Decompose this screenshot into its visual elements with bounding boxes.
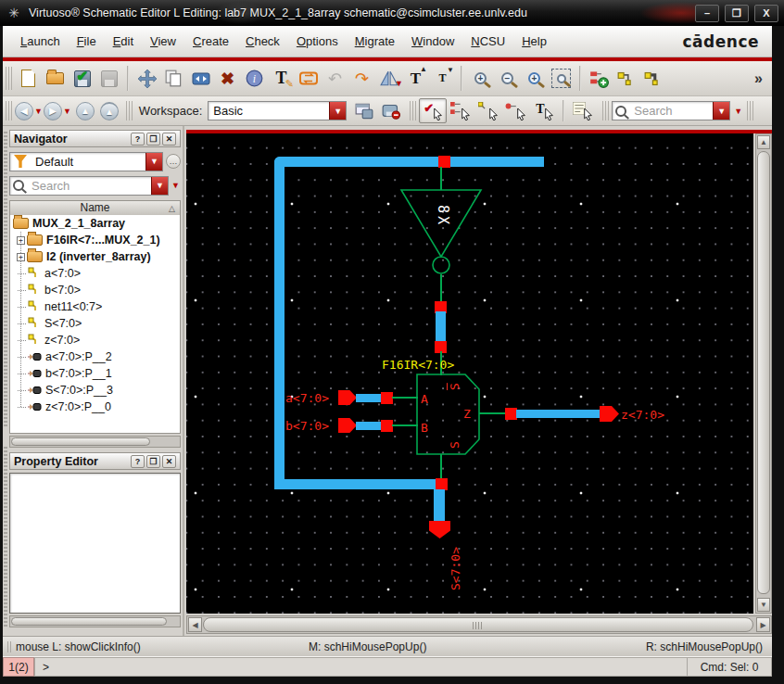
save-icon[interactable] (95, 65, 122, 92)
bus-wire-bottom[interactable] (274, 479, 447, 489)
workspace-select[interactable]: Basic ▼ (208, 101, 347, 120)
enlarge-text-icon[interactable]: T▲ (402, 65, 429, 92)
wire-z[interactable] (479, 412, 507, 414)
zoom-in-icon[interactable]: + (467, 65, 494, 92)
wire-b[interactable] (392, 424, 418, 426)
forward-dropdown-icon[interactable]: ▼ (63, 107, 71, 116)
close-button[interactable]: X (754, 5, 778, 22)
port-b-pin[interactable] (338, 418, 357, 433)
navigator-filter-select[interactable]: Default ▼ (9, 152, 163, 171)
menu-help[interactable]: Help (513, 31, 555, 52)
menu-ncsu[interactable]: NCSU (462, 31, 513, 52)
inverter-instance-label[interactable]: 8X (433, 199, 451, 233)
navigator-search-dropdown-icon[interactable]: ▼ (151, 177, 168, 195)
horizontal-scroll-thumb[interactable] (203, 617, 753, 632)
toolbar-grip[interactable] (747, 101, 753, 121)
property-editor-float-icon[interactable]: ❐ (146, 455, 160, 468)
menu-options[interactable]: Options (288, 31, 347, 52)
bus-wire-top[interactable] (274, 157, 544, 167)
port-s-pin[interactable] (429, 521, 450, 538)
instance-iterate-icon[interactable] (295, 65, 322, 92)
redo-icon[interactable]: ↷ (348, 65, 375, 92)
menu-edit[interactable]: Edit (105, 31, 142, 52)
create-bus-icon[interactable] (639, 65, 666, 92)
port-a-label[interactable]: a<7:0> (285, 391, 329, 405)
toolbar-grip[interactable] (410, 101, 416, 121)
scroll-right-icon[interactable]: ▶ (756, 617, 770, 632)
navigator-search-options-icon[interactable]: ▼ (171, 181, 180, 190)
tree-item-pin-a[interactable]: a<7:0>:P__2 (18, 348, 180, 365)
tree-item-i2-inverter-8array[interactable]: + I2 (inverter_8array) (18, 248, 180, 265)
horizontal-scrollbar[interactable]: ◀ ▶ (186, 615, 772, 634)
property-editor-toggle-icon[interactable] (569, 98, 597, 123)
minimize-button[interactable]: – (695, 5, 719, 22)
property-editor-header[interactable]: Property Editor ? ❐ ✕ (9, 452, 181, 470)
property-editor-horizontal-scrollbar[interactable] (9, 615, 181, 627)
stretch-icon[interactable] (187, 65, 214, 92)
bus-segment-mid[interactable] (436, 311, 446, 343)
property-editor-close-icon[interactable]: ✕ (162, 455, 176, 468)
navigator-search-box[interactable]: Search ▼ (9, 176, 169, 196)
wire-inverter-output[interactable] (440, 274, 442, 303)
bus-z[interactable] (516, 410, 601, 418)
workspace-dropdown-icon[interactable]: ▼ (329, 102, 346, 120)
scroll-up-icon[interactable]: ▲ (757, 135, 770, 149)
filter-options-button[interactable]: … (166, 154, 181, 169)
property-editor-grip[interactable] (4, 447, 7, 628)
check-and-save-icon[interactable]: ✔ (69, 65, 95, 92)
zoom-out-icon[interactable]: − (494, 65, 521, 92)
vertical-scrollbar[interactable]: ▲ ▼ (755, 133, 772, 614)
toolbar-grip[interactable] (602, 101, 609, 121)
tree-item-mux-2-1-8array[interactable]: MUX_2_1_8array (10, 215, 180, 232)
mux-instance-label[interactable]: F16IR<7:0> (382, 358, 454, 372)
tree-item-pin-b[interactable]: b<7:0>:P__1 (18, 365, 180, 382)
select-text-mode-icon[interactable]: T (530, 98, 558, 123)
tree-item-net-z[interactable]: z<7:0> (18, 332, 180, 348)
expand-icon[interactable]: + (17, 253, 25, 261)
scroll-left-icon[interactable]: ◀ (188, 617, 202, 632)
tree-item-net-a[interactable]: a<7:0> (18, 265, 180, 282)
toolbar-grip[interactable] (6, 101, 12, 121)
navigator-tree[interactable]: MUX_2_1_8array + F16IR<7:...MUX_2_1) + I… (9, 215, 181, 434)
navigator-float-icon[interactable]: ❐ (146, 133, 160, 146)
menu-window[interactable]: Window (403, 31, 462, 52)
navigator-help-icon[interactable]: ? (131, 133, 145, 146)
tree-item-net11[interactable]: net11<0:7> (18, 298, 180, 315)
menu-view[interactable]: View (142, 31, 184, 52)
top-icon[interactable]: ▲ (100, 102, 119, 120)
menu-file[interactable]: File (69, 31, 105, 52)
new-cellview-icon[interactable] (15, 65, 42, 92)
property-editor-body[interactable] (9, 473, 181, 614)
select-pin-mode-icon[interactable] (502, 98, 530, 123)
select-instance-mode-icon[interactable] (447, 98, 474, 123)
tree-item-f16ir[interactable]: + F16IR<7:...MUX_2_1) (18, 232, 180, 248)
scroll-down-icon[interactable]: ▼ (757, 598, 770, 612)
tree-horizontal-scrollbar[interactable] (9, 436, 181, 448)
more-tools-icon[interactable]: » (745, 65, 772, 92)
bus-a[interactable] (356, 394, 384, 402)
port-s-label[interactable]: S<7:0> (449, 547, 462, 590)
command-input[interactable]: > (34, 657, 687, 677)
tree-item-pin-s[interactable]: S<7:0>:P__3 (18, 382, 180, 399)
port-b-label[interactable]: b<7:0> (285, 419, 329, 433)
toolbar-search-box[interactable]: Search ▼ (612, 101, 730, 120)
search-options-icon[interactable]: ▼ (734, 107, 742, 116)
back-dropdown-icon[interactable]: ▼ (34, 107, 43, 116)
tree-item-pin-z[interactable]: z<7:0>:P__0 (18, 399, 180, 415)
bus-s[interactable] (434, 489, 445, 523)
zoom-selected-icon[interactable] (548, 65, 575, 92)
undo-icon[interactable]: ↶ (322, 65, 348, 92)
bus-wire-left[interactable] (274, 157, 285, 489)
tree-item-net-b[interactable]: b<7:0> (18, 282, 180, 298)
schematic-canvas[interactable]: 8X F16IR<7:0> A B Z S S a<7:0> b<7:0> (186, 133, 753, 614)
create-instance-icon[interactable] (586, 65, 613, 92)
port-z-pin[interactable] (600, 406, 619, 422)
save-workspace-icon[interactable] (350, 97, 377, 124)
create-wire-icon[interactable] (613, 65, 639, 92)
open-icon[interactable] (42, 65, 69, 92)
up-icon[interactable]: ▲ (76, 102, 95, 120)
property-editor-help-icon[interactable]: ? (131, 455, 145, 468)
rotate-mirror-icon[interactable]: ▼ (375, 65, 402, 92)
zoom-fit-icon[interactable]: + (521, 65, 548, 92)
port-a-pin[interactable] (338, 390, 357, 405)
